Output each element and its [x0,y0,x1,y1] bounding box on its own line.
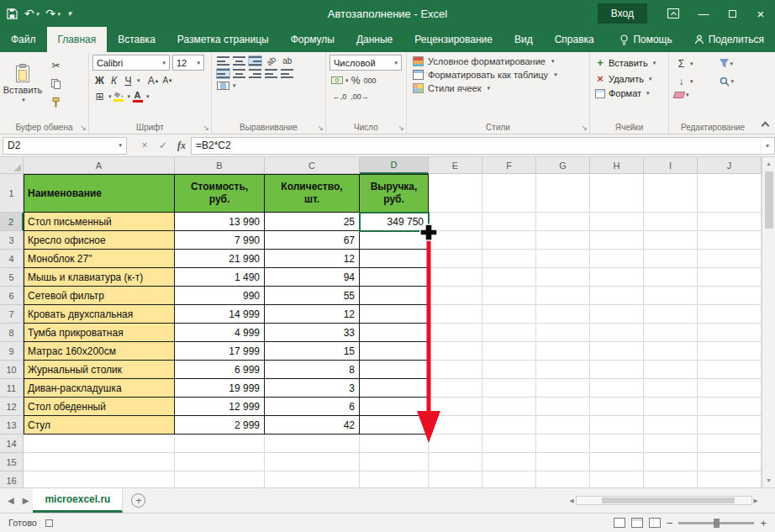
cell-D15[interactable] [360,453,429,471]
row-header-3[interactable]: 3 [0,231,24,250]
column-header-D[interactable]: D [360,157,429,174]
cell-D1[interactable]: Выручка, руб. [360,174,429,213]
cell-I10[interactable] [644,361,698,379]
cell-C2[interactable]: 25 [265,213,360,231]
cell-C9[interactable]: 15 [265,342,360,361]
cell-J10[interactable] [698,361,762,379]
cell-A14[interactable] [24,435,175,453]
tab-insert[interactable]: Вставка [107,27,166,52]
cell-E14[interactable] [429,435,482,453]
cell-B3[interactable]: 7 990 [175,231,265,250]
decrease-indent-button[interactable] [265,69,277,78]
row-header-11[interactable]: 11 [0,379,24,398]
find-select-button[interactable]: ▾ [720,74,752,88]
zoom-slider-thumb[interactable] [714,519,720,528]
cell-G14[interactable] [536,435,590,453]
cell-B4[interactable]: 21 990 [175,250,265,268]
cell-A2[interactable]: Стол письменный [24,213,175,231]
align-left-button[interactable] [217,69,229,78]
cell-E7[interactable] [429,305,482,324]
cell-B2[interactable]: 13 990 [175,213,265,231]
cell-J15[interactable] [698,453,762,471]
cell-I9[interactable] [644,342,698,361]
copy-button[interactable] [49,76,63,91]
cell-F12[interactable] [482,398,536,416]
cell-I6[interactable] [644,287,698,305]
page-break-view-button[interactable] [649,518,661,528]
cell-D14[interactable] [360,435,429,453]
cell-A10[interactable]: Журнальный столик [24,361,175,379]
percent-style-button[interactable]: % [349,73,363,87]
orientation-button[interactable]: ab [265,55,278,68]
row-header-8[interactable]: 8 [0,324,24,342]
italic-button[interactable]: К [107,73,121,87]
cell-F16[interactable] [482,471,536,487]
cell-C8[interactable]: 33 [265,324,360,342]
alignment-dialog-launcher[interactable]: ↘ [317,124,324,132]
cell-C16[interactable] [265,471,360,487]
format-cells-button[interactable]: Формат▾ [593,87,665,100]
paste-button[interactable]: Вставить ▾ [3,61,42,103]
sheet-nav-left-icon[interactable]: ◀ [3,496,18,505]
cell-J9[interactable] [698,342,762,361]
page-layout-view-button[interactable] [631,518,643,528]
cell-C5[interactable]: 94 [265,268,360,287]
cell-I15[interactable] [644,453,698,471]
cell-A6[interactable]: Сетевой фильтр [24,287,175,305]
cell-I13[interactable] [644,416,698,435]
cell-C13[interactable]: 42 [265,416,360,435]
cell-C6[interactable]: 55 [265,287,360,305]
column-header-J[interactable]: J [698,157,762,174]
merge-center-button[interactable] [217,82,229,90]
wrap-text-button[interactable]: ab [282,56,292,66]
cell-H13[interactable] [590,416,644,435]
cell-E15[interactable] [429,453,482,471]
cell-J12[interactable] [698,398,762,416]
cell-J16[interactable] [698,471,762,487]
cell-B15[interactable] [175,453,265,471]
cell-E1[interactable] [429,174,482,213]
row-header-13[interactable]: 13 [0,416,24,435]
cell-B6[interactable]: 990 [175,287,265,305]
column-header-E[interactable]: E [429,157,482,174]
ribbon-display-options-icon[interactable] [667,8,679,18]
cell-H9[interactable] [590,342,644,361]
column-header-F[interactable]: F [482,157,536,174]
formula-bar-expand-icon[interactable]: ▾ [760,137,775,155]
name-box[interactable]: D2▾ [3,137,127,155]
cell-G9[interactable] [536,342,590,361]
number-format-select[interactable]: Числовой▾ [330,55,402,71]
cell-B8[interactable]: 4 999 [175,324,265,342]
cell-A15[interactable] [24,453,175,471]
increase-font-button[interactable]: А▴ [146,73,161,87]
cell-I16[interactable] [644,471,698,487]
cell-D9[interactable] [360,342,429,361]
cell-F1[interactable] [482,174,536,213]
cell-F3[interactable] [482,231,536,250]
clipboard-dialog-launcher[interactable]: ↘ [80,124,87,132]
scroll-right-icon[interactable]: ▶ [754,497,758,505]
cell-A13[interactable]: Стул [24,416,175,435]
cell-C7[interactable]: 12 [265,305,360,324]
scroll-up-icon[interactable]: ▲ [766,160,772,168]
cell-I11[interactable] [644,379,698,398]
cell-A7[interactable]: Кровать двухспальная [24,305,175,324]
horizontal-scrollbar-thumb[interactable] [602,498,735,503]
cell-J11[interactable] [698,379,762,398]
fill-button[interactable]: ↓▾ [674,74,711,88]
cell-C11[interactable]: 3 [265,379,360,398]
cell-styles-button[interactable]: Стили ячеек▾ [410,82,586,95]
row-header-2[interactable]: 2 [0,213,24,231]
delete-cells-button[interactable]: ×Удалить▾ [593,71,665,87]
cell-B13[interactable]: 2 999 [175,416,265,435]
cell-I3[interactable] [644,231,698,250]
cell-B7[interactable]: 14 999 [175,305,265,324]
cell-A11[interactable]: Диван-раскладушка [24,379,175,398]
cell-F11[interactable] [482,379,536,398]
cell-G8[interactable] [536,324,590,342]
insert-function-button[interactable]: fx [172,140,191,152]
conditional-formatting-button[interactable]: Условное форматирование▾ [410,55,586,68]
column-header-B[interactable]: B [175,157,265,174]
cell-D4[interactable] [360,250,429,268]
cell-C1[interactable]: Количество, шт. [265,174,360,213]
